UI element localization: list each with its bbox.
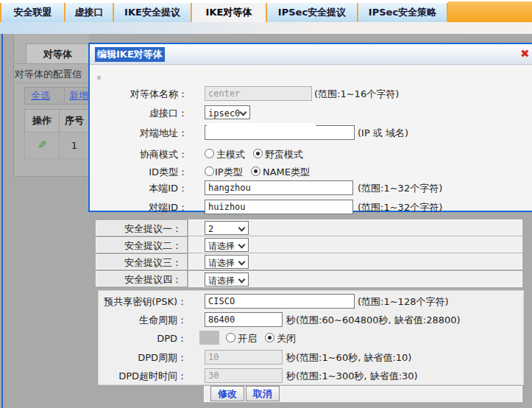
dpd-timeout-input — [205, 368, 283, 383]
dpd-row: DPD： 开启 关闭 — [99, 331, 523, 346]
peer-id-row: 对端ID： (范围:1~32个字符) — [90, 200, 531, 215]
table-row-operation-cell: ✎ — [24, 132, 60, 159]
local-id-hint: (范围:1~32个字符) — [358, 180, 442, 196]
proposal-1-cell: 2 — [188, 219, 522, 236]
close-icon[interactable]: ✖ — [520, 47, 530, 60]
id-type-row: ID类型： IP类型 NAME类型 — [90, 164, 531, 180]
dpd-interval-row: DPD周期： 秒(范围:1~60秒, 缺省值:10) — [99, 350, 523, 365]
peer-name-row: 对等体名称： (范围:1~16个字符) — [90, 86, 531, 102]
page-left-border — [1, 34, 3, 408]
tab-ipsec-policy[interactable]: IPSec安全策略 — [358, 3, 448, 22]
peer-description-text: 对等体的配置信 — [15, 68, 88, 81]
negotiation-mode-label: 协商模式： — [90, 147, 188, 162]
dpd-off-option-label: 关闭 — [277, 331, 296, 346]
select-all-link[interactable]: 全选 — [31, 89, 50, 102]
main-mode-radio[interactable] — [205, 149, 214, 158]
chevron-down-icon — [238, 242, 246, 249]
peer-address-label: 对端地址： — [90, 125, 188, 141]
psk-label: 预共享密钥(PSK)： — [99, 294, 187, 309]
local-id-row: 本端ID： (范围:1~32个字符) — [90, 180, 531, 196]
name-type-option-label: NAME类型 — [263, 164, 310, 180]
virtual-interface-select[interactable]: ipsec0 — [205, 105, 250, 119]
psk-row: 预共享密钥(PSK)： (范围:1~128个字符) — [99, 294, 523, 309]
id-type-label: ID类型： — [90, 164, 188, 180]
lifetime-hint: 秒(范围:60~604800秒, 缺省值:28800) — [286, 312, 461, 328]
tab-ike-peer[interactable]: IKE对等体 — [192, 3, 267, 22]
peer-address-hint: (IP 或 域名) — [358, 125, 408, 141]
local-id-input[interactable] — [205, 180, 353, 195]
dpd-interval-label: DPD周期： — [99, 350, 187, 365]
psk-input[interactable] — [205, 294, 355, 309]
dpd-timeout-label: DPD超时时间： — [99, 368, 187, 384]
modify-button[interactable]: 修改 — [210, 386, 244, 401]
proposal-2-cell: 请选择 — [188, 236, 522, 253]
proposal-3-label: 安全提议三： — [96, 254, 187, 270]
peer-id-input[interactable] — [205, 200, 353, 214]
chevron-down-icon — [240, 109, 247, 116]
ip-type-option-label: IP类型 — [215, 164, 243, 180]
panel-divider — [13, 82, 88, 83]
proposal-1-label: 安全提议一： — [96, 220, 187, 236]
column-header-operation: 操作 — [24, 109, 60, 133]
dpd-timeout-row: DPD超时时间： 秒(范围:1~300秒, 缺省值:30) — [99, 368, 523, 384]
dpd-on-option-label: 开启 — [238, 331, 257, 346]
tab-ipsec-proposal[interactable]: IPSec安全提议 — [267, 3, 358, 22]
proposal-4-value: 请选择 — [208, 275, 235, 286]
peer-id-label: 对端ID： — [90, 200, 188, 215]
dpd-interval-input — [205, 350, 283, 365]
edit-pencil-icon[interactable]: ✎ — [38, 133, 47, 158]
redaction-overlay — [259, 128, 340, 138]
proposal-1-value: 2 — [208, 224, 213, 234]
proposal-4-label: 安全提议四： — [96, 271, 187, 286]
negotiation-mode-row: 协商模式： 主模式 野蛮模式 — [90, 147, 531, 162]
aggressive-mode-radio[interactable] — [253, 149, 263, 158]
proposal-2-select[interactable]: 请选择 — [205, 238, 249, 252]
aggressive-mode-option-label: 野蛮模式 — [265, 147, 303, 162]
peer-name-label: 对等体名称： — [90, 86, 188, 102]
tab-ike-proposal[interactable]: IKE安全提议 — [114, 3, 192, 22]
sub-tab-strip — [0, 22, 532, 34]
top-tab-bar: 安全联盟 虚接口 IKE安全提议 IKE对等体 IPSec安全提议 IPSec安… — [0, 0, 532, 22]
psk-hint: (范围:1~128个字符) — [358, 294, 449, 309]
panel-bottom-line — [13, 176, 88, 177]
name-type-radio[interactable] — [251, 166, 260, 176]
virtual-interface-value: ipsec0 — [208, 108, 240, 119]
peer-section-tab[interactable]: 对等体 — [26, 43, 90, 64]
proposal-3-cell: 请选择 — [188, 253, 522, 270]
virtual-interface-row: 虚接口： ipsec0 — [90, 105, 531, 121]
virtual-interface-label: 虚接口： — [90, 105, 188, 121]
table-row-seq-cell: 1 — [59, 132, 90, 159]
lifetime-input[interactable] — [205, 312, 283, 327]
panel-header-line — [13, 63, 88, 64]
tab-bar-filler — [448, 1, 532, 22]
add-new-link[interactable]: 新增 — [69, 89, 88, 102]
dialog-title-bar[interactable]: 编辑IKE对等体 ✖ — [90, 44, 532, 65]
tab-virtual-interface[interactable]: 虚接口 — [65, 3, 114, 22]
toolbar-divider — [64, 88, 65, 102]
chevron-down-icon — [238, 276, 246, 284]
peer-name-hint: (范围:1~16个字符) — [314, 86, 399, 102]
dpd-disabled-box — [199, 331, 219, 345]
dpd-interval-hint: 秒(范围:1~60秒, 缺省值:10) — [286, 350, 411, 365]
proposal-1-select[interactable]: 2 — [205, 221, 249, 235]
peer-address-row: 对端地址： (IP 或 域名) — [90, 125, 531, 141]
lifetime-row: 生命周期： 秒(范围:60~604800秒, 缺省值:28800) — [99, 312, 523, 328]
ike-peer-config-page: 安全联盟 虚接口 IKE安全提议 IKE对等体 IPSec安全提议 IPSec安… — [0, 0, 532, 408]
dpd-timeout-hint: 秒(范围:1~300秒, 缺省值:30) — [286, 368, 418, 384]
proposal-2-value: 请选择 — [208, 241, 235, 251]
ip-type-radio[interactable] — [205, 166, 214, 176]
peer-name-input — [205, 86, 312, 101]
dpd-off-radio[interactable] — [265, 333, 274, 342]
action-button-row: 修改 取消 — [204, 386, 522, 402]
proposal-3-select[interactable]: 请选择 — [205, 255, 249, 269]
dpd-on-radio[interactable] — [226, 333, 235, 342]
proposal-4-select[interactable]: 请选择 — [205, 272, 249, 286]
dpd-label: DPD： — [99, 331, 187, 346]
tab-security-alliance[interactable]: 安全联盟 — [0, 3, 65, 22]
psk-dpd-section: 预共享密钥(PSK)： (范围:1~128个字符) 生命周期： 秒(范围:60~… — [98, 290, 524, 385]
peer-id-hint: (范围:1~32个字符) — [358, 200, 442, 215]
cancel-button[interactable]: 取消 — [246, 386, 280, 401]
lifetime-label: 生命周期： — [99, 312, 187, 328]
table-toolbar: 全选 新增 — [24, 87, 90, 105]
render-artifact — [97, 76, 101, 80]
